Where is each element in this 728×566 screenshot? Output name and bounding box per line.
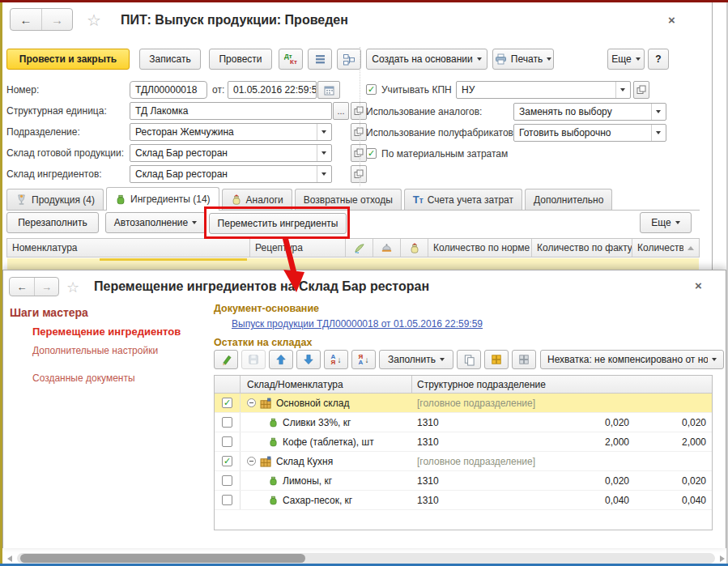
grid-more-label: Еще	[651, 217, 671, 228]
column-analog[interactable]	[401, 239, 428, 257]
help-button[interactable]: ?	[648, 49, 669, 70]
doc-base-link[interactable]: Выпуск продукции ТДЛ00000018 от 01.05.20…	[232, 318, 483, 330]
material-costs-checkbox[interactable]: ✓	[366, 148, 377, 159]
column-label: Структурное подразделение	[417, 379, 546, 390]
fg-warehouse-select[interactable]: Склад Бар ресторан	[130, 144, 332, 162]
horizontal-scrollbar[interactable]	[2, 552, 726, 564]
step-additional-settings[interactable]: Дополнительные настройки	[32, 345, 158, 356]
collapse-icon[interactable]	[247, 457, 256, 466]
analogs-value: Заменять по выбору	[519, 106, 612, 117]
ing-warehouse-select[interactable]: Склад Бар ресторан	[130, 165, 332, 183]
tab-additional[interactable]: Дополнительно	[525, 189, 612, 210]
kpn-checkbox[interactable]: ✓	[366, 84, 377, 95]
table-row[interactable]: ✓ Основной склад [головное подразделение…	[215, 394, 712, 413]
autofill-button[interactable]: Автозаполнение	[105, 212, 206, 233]
table-row[interactable]: Сливки 33%, кг 1310 0,020 0,020	[215, 413, 712, 432]
tab-label: Продукция (4)	[32, 194, 95, 206]
dialog-favorite-star-icon[interactable]: ☆	[66, 279, 79, 296]
row-checkbox[interactable]	[222, 436, 232, 447]
back-button[interactable]: ←	[11, 9, 41, 30]
more-button[interactable]: Еще	[607, 49, 645, 70]
tab-production[interactable]: Продукция (4)	[6, 189, 104, 210]
jar-icon	[268, 436, 279, 448]
dialog-forward-button[interactable]: →	[34, 278, 58, 296]
analogs-select[interactable]: Заменять по выбору	[513, 103, 666, 121]
column-qty-norm[interactable]: Количество по норме	[428, 239, 532, 257]
department-select[interactable]: Ресторан Жемчужина	[130, 123, 332, 141]
row-checkbox[interactable]	[222, 417, 232, 428]
column-qty-prepare[interactable]: Количество к приготовлению	[632, 239, 699, 257]
row-checkbox-cell	[215, 471, 241, 490]
table-row[interactable]: ✓ Склад Кухня [головное подразделение]	[215, 452, 712, 471]
column-qty-fact[interactable]: Количество по факту	[532, 239, 632, 257]
grid-more-button[interactable]: Еще	[640, 212, 692, 233]
kpn-select[interactable]: НУ	[456, 81, 631, 99]
column-structural-unit[interactable]: Структурное подразделение	[412, 379, 712, 390]
sort-asc-button[interactable]: АЯ ↓	[324, 350, 348, 369]
unit-choose-button[interactable]: ...	[333, 102, 349, 120]
scrollbar-thumb[interactable]	[20, 554, 305, 563]
edit-button[interactable]	[214, 350, 238, 369]
collapse-icon[interactable]	[247, 398, 256, 407]
department-open-button[interactable]	[351, 123, 367, 141]
refill-button[interactable]: Перезаполнить	[6, 212, 99, 233]
step-move-ingredients[interactable]: Перемещение ингредиентов	[32, 326, 181, 338]
print-label: Печать	[511, 53, 543, 65]
dtkt-button[interactable]: ДтКт	[279, 49, 303, 70]
table-row[interactable]: Сахар-песок, кг 1310 0,040 0,040	[215, 491, 712, 510]
move-up-button[interactable]	[269, 350, 293, 369]
grid-settings-alt-button[interactable]	[512, 350, 536, 369]
tab-ingredients[interactable]: Ингредиенты (14)	[106, 187, 219, 211]
related-documents-button[interactable]	[337, 49, 361, 70]
create-based-on-label: Создать на основании	[372, 53, 473, 65]
main-close-button[interactable]: ×	[668, 15, 675, 26]
row-checkbox[interactable]: ✓	[222, 398, 232, 408]
create-based-on-button[interactable]: Создать на основании	[366, 49, 487, 70]
grid-settings-button[interactable]	[484, 350, 509, 369]
dialog-back-button[interactable]: ←	[10, 278, 34, 296]
write-label: Записать	[149, 53, 190, 65]
write-button[interactable]: Записать	[139, 49, 201, 70]
row-checkbox[interactable]	[222, 475, 232, 486]
tab-cost-accounts[interactable]: Тт Счета учета затрат	[404, 189, 522, 210]
print-button[interactable]: Печать	[492, 49, 554, 70]
table-row[interactable]: Лимоны, кг 1310 0,020 0,020	[215, 471, 712, 491]
refill-label: Перезаполнить	[18, 217, 87, 228]
scroll-left-icon[interactable]	[7, 555, 12, 562]
unit-value: ТД Лакомка	[135, 105, 188, 117]
number-input[interactable]: ТДЛ00000018	[130, 81, 207, 99]
favorite-star-icon[interactable]: ☆	[87, 12, 101, 28]
row-checkbox[interactable]	[222, 495, 232, 505]
scroll-right-icon[interactable]	[720, 555, 725, 562]
post-button[interactable]: Провести	[209, 49, 272, 70]
fill-button[interactable]: Заполнить	[379, 350, 453, 369]
date-input[interactable]: 01.05.2016 22:59:59	[228, 81, 317, 99]
row-checkbox[interactable]: ✓	[222, 456, 232, 466]
sort-desc-button[interactable]: ЯА ↓	[351, 350, 376, 369]
column-nomenclature[interactable]: Номенклатура	[7, 239, 250, 257]
scrollbar-track[interactable]	[17, 553, 715, 564]
chevron-down-icon	[547, 57, 551, 61]
column-cooking[interactable]	[373, 239, 401, 257]
forward-button[interactable]: →	[41, 9, 72, 30]
kpn-open-button[interactable]	[633, 81, 649, 99]
move-down-button[interactable]	[296, 350, 321, 369]
fg-warehouse-open-button[interactable]	[351, 144, 367, 162]
column-warehouse-nomenclature[interactable]: Склад/Номенклатура	[241, 376, 412, 393]
calendar-button[interactable]	[317, 81, 340, 99]
step-created-documents[interactable]: Созданные документы	[32, 372, 135, 384]
ing-warehouse-open-button[interactable]	[351, 165, 367, 183]
semiproducts-select[interactable]: Готовить выборочно	[513, 124, 666, 142]
jar-icon	[268, 417, 279, 428]
unit-input[interactable]: ТД Лакомка	[130, 102, 332, 120]
column-writeoff[interactable]	[346, 239, 373, 257]
save-button[interactable]	[241, 350, 266, 369]
shortage-filter-select[interactable]: Нехватка: не компенсировано от нормы	[540, 350, 724, 369]
dialog-close-button[interactable]: ×	[695, 280, 702, 292]
table-row[interactable]: Кофе (таблетка), шт 1310 2,000 2,000	[215, 432, 712, 452]
chevron-down-icon	[477, 57, 482, 61]
unit-open-button[interactable]	[351, 102, 367, 120]
copy-button[interactable]	[457, 350, 481, 369]
register-list-button[interactable]	[308, 49, 332, 70]
post-and-close-button[interactable]: Провести и закрыть	[6, 49, 130, 70]
